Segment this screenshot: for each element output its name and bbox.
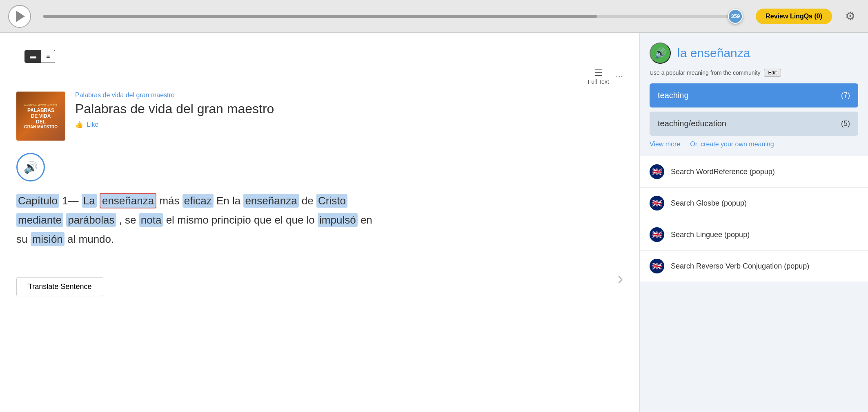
thumbs-up-icon: 👍: [75, 121, 83, 128]
more-options-button[interactable]: ···: [616, 71, 623, 82]
list-view-button[interactable]: ≡: [41, 50, 55, 63]
view-more-link[interactable]: View more: [650, 141, 680, 148]
full-text-area: ☰ Full Text ···: [16, 68, 623, 85]
meaning-option-1[interactable]: teaching (7): [650, 83, 858, 107]
page-title: Palabras de vida del gran maestro: [75, 101, 274, 116]
bottom-row: Translate Sentence ›: [16, 261, 623, 296]
meaning-label-1: teaching: [658, 91, 689, 100]
main-layout: ▬ ≡ ☰ Full Text ··· Elliot G. White Emms…: [0, 33, 868, 412]
meaning-count-1: (7): [841, 91, 850, 100]
word-cristo[interactable]: Cristo: [316, 194, 347, 208]
view-toggle-box: ▬ ≡: [24, 50, 55, 63]
word-parabolas[interactable]: parábolas: [66, 213, 116, 227]
search-reverso-label: Search Reverso Verb Conjugation (popup): [671, 262, 809, 271]
next-arrow[interactable]: ›: [618, 269, 623, 288]
audio-play-button[interactable]: 🔊: [16, 153, 45, 181]
word-mediante[interactable]: mediante: [16, 213, 63, 227]
audio-slider-container: 359: [43, 15, 735, 18]
audio-slider-track[interactable]: 359: [43, 15, 735, 18]
text-content: Capítulo 1— La enseñanza más eficaz En l…: [16, 191, 623, 249]
meaning-label-2: teaching/education: [658, 119, 726, 128]
book-cover-line1: PALABRAS: [27, 107, 54, 113]
word-la[interactable]: La: [82, 194, 97, 208]
word-ensenanza2[interactable]: enseñanza: [243, 194, 298, 208]
book-cover-line2: DE VIDA: [31, 113, 51, 119]
uk-flag-icon-2: 🇬🇧: [650, 196, 664, 210]
right-panel: 🔊 la enseñanza Use a popular meaning fro…: [639, 33, 868, 412]
word-impulso[interactable]: impulsó: [318, 213, 358, 227]
content-header: Elliot G. White Emms PALABRAS DE VIDA DE…: [16, 92, 623, 141]
full-text-button[interactable]: ☰ Full Text: [588, 68, 609, 85]
book-cover: Elliot G. White Emms PALABRAS DE VIDA DE…: [16, 92, 65, 141]
top-bar: 359 Review LingQs (0) ⚙: [0, 0, 868, 33]
word-sound-button[interactable]: 🔊: [650, 43, 671, 64]
uk-flag-icon-1: 🇬🇧: [650, 164, 664, 179]
word-capitulo[interactable]: Capítulo: [16, 194, 59, 208]
word-nota[interactable]: nota: [139, 213, 163, 227]
search-glosbe[interactable]: 🇬🇧 Search Glosbe (popup): [640, 188, 868, 219]
community-text: Use a popular meaning from the community…: [650, 69, 858, 77]
translate-sentence-button[interactable]: Translate Sentence: [16, 277, 103, 296]
search-wordreference[interactable]: 🇬🇧 Search WordReference (popup): [640, 156, 868, 188]
like-label: Like: [87, 121, 98, 128]
card-view-button[interactable]: ▬: [25, 50, 41, 63]
breadcrumb-link[interactable]: Palabras de vida del gran maestro: [75, 92, 175, 99]
list-view-icon: ≡: [46, 53, 50, 60]
full-text-label: Full Text: [588, 78, 609, 85]
like-button[interactable]: 👍 Like: [75, 121, 98, 128]
word-title: la enseñanza: [677, 46, 750, 60]
edit-button[interactable]: Edit: [764, 69, 781, 77]
book-cover-line4: GRAN MAESTRO: [24, 125, 58, 129]
book-cover-line3: DEL: [36, 119, 46, 125]
meaning-option-2[interactable]: teaching/education (5): [650, 112, 858, 136]
volume-icon: 🔊: [24, 161, 38, 174]
search-wordreference-label: Search WordReference (popup): [671, 168, 775, 176]
card-view-icon: ▬: [30, 53, 36, 60]
search-linguee-label: Search Linguee (popup): [671, 231, 750, 239]
slider-thumb: 359: [728, 9, 743, 24]
word-panel: 🔊 la enseñanza Use a popular meaning fro…: [640, 33, 868, 148]
create-own-link[interactable]: Or, create your own meaning: [690, 141, 774, 148]
play-icon: [16, 11, 25, 22]
review-lingqs-button[interactable]: Review LingQs (0): [756, 9, 832, 24]
search-links: 🇬🇧 Search WordReference (popup) 🇬🇧 Searc…: [640, 156, 868, 282]
full-text-icon: ☰: [594, 68, 603, 78]
word-ensenanza-selected[interactable]: enseñanza: [100, 193, 156, 208]
speaker-icon: 🔊: [654, 47, 666, 59]
play-button[interactable]: [8, 5, 31, 28]
word-eficaz[interactable]: eficaz: [183, 194, 214, 208]
view-toggle-area: ▬ ≡: [16, 45, 623, 68]
community-label: Use a popular meaning from the community: [650, 69, 761, 76]
word-header: 🔊 la enseñanza: [650, 43, 858, 64]
search-linguee[interactable]: 🇬🇧 Search Linguee (popup): [640, 219, 868, 251]
gear-icon: ⚙: [845, 9, 855, 23]
settings-button[interactable]: ⚙: [840, 7, 860, 26]
word-mision[interactable]: misión: [31, 232, 65, 246]
slider-filled: [43, 15, 597, 18]
header-info: Palabras de vida del gran maestro Palabr…: [75, 92, 274, 128]
uk-flag-icon-4: 🇬🇧: [650, 259, 664, 273]
search-reverso[interactable]: 🇬🇧 Search Reverso Verb Conjugation (popu…: [640, 251, 868, 282]
slider-value: 359: [731, 13, 740, 19]
uk-flag-icon-3: 🇬🇧: [650, 227, 664, 242]
left-panel: ▬ ≡ ☰ Full Text ··· Elliot G. White Emms…: [0, 33, 639, 412]
meaning-count-2: (5): [841, 119, 850, 128]
search-glosbe-label: Search Glosbe (popup): [671, 199, 747, 208]
view-more-row: View more Or, create your own meaning: [650, 141, 858, 148]
